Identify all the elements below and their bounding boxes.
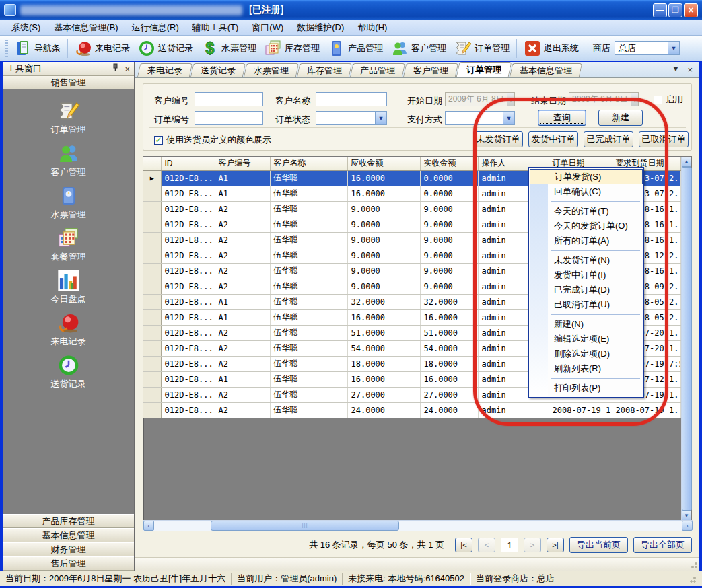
row-selector[interactable] — [143, 201, 161, 217]
minimize-button[interactable]: — — [653, 3, 667, 17]
toolbar-navbar[interactable]: 导航条 — [10, 38, 65, 59]
row-selector[interactable] — [143, 279, 161, 294]
sidebar-group-finance[interactable]: 财务管理 — [3, 542, 134, 556]
context-menu-item[interactable]: 新建(N) — [530, 317, 643, 332]
context-menu-item[interactable]: 订单发货(S) — [530, 169, 643, 184]
sidebar-group-after-sales[interactable]: 售后管理 — [3, 556, 134, 571]
context-menu-item[interactable]: 打印列表(P) — [530, 381, 643, 396]
horizontal-scroll-thumb[interactable] — [211, 521, 399, 531]
export-all-pages-button[interactable]: 导出全部页 — [633, 537, 692, 553]
toolbar-order[interactable]: 订单管理 — [450, 38, 514, 59]
delivery-color-checkbox[interactable]: ✓ 使用送货员定义的颜色展示 — [154, 134, 271, 146]
tab-list-chevron-icon[interactable]: ▼ — [672, 65, 680, 75]
export-current-page-button[interactable]: 导出当前页 — [569, 537, 628, 553]
toolbar-delivery[interactable]: 送货记录 — [134, 38, 197, 59]
column-header[interactable]: 实收金额 — [420, 157, 478, 170]
tab-order[interactable]: 订单管理 — [456, 62, 512, 77]
scroll-up-icon[interactable]: ▲ — [682, 157, 691, 167]
customer-no-input[interactable] — [195, 92, 263, 106]
pin-icon[interactable] — [112, 63, 119, 74]
row-selector[interactable] — [143, 263, 161, 279]
menu-help[interactable]: 帮助(H) — [351, 20, 393, 35]
close-icon[interactable]: × — [125, 64, 130, 74]
toolbar-product[interactable]: 产品管理 — [324, 38, 387, 59]
table-row[interactable]: 012D-E8...A2伍华聪24.000024.0000admin2008-0… — [143, 402, 680, 418]
row-selector[interactable] — [143, 325, 161, 340]
tab-delivery[interactable]: 送货记录 — [190, 63, 246, 77]
scroll-down-icon[interactable]: ▼ — [682, 511, 691, 521]
context-menu-item[interactable]: 回单确认(C) — [530, 184, 643, 199]
tab-incoming-call[interactable]: 来电记录 — [137, 63, 192, 77]
sidebar-item-today-stocktake[interactable]: 今日盘点 — [3, 266, 134, 308]
row-selector[interactable] — [143, 217, 161, 232]
first-page-button[interactable]: |< — [455, 538, 472, 552]
tab-inventory[interactable]: 库存管理 — [297, 63, 352, 77]
unshipped-orders-button[interactable]: 未发货订单 — [473, 131, 523, 147]
order-status-select[interactable]: ▼ — [316, 111, 387, 125]
menu-aux-tools[interactable]: 辅助工具(T) — [186, 20, 245, 35]
customer-name-input[interactable] — [316, 92, 387, 106]
menu-data-maintain[interactable]: 数据维护(D) — [291, 20, 350, 35]
maximize-button[interactable]: ❐ — [668, 3, 682, 17]
menu-system[interactable]: 系统(S) — [5, 20, 46, 35]
row-selector[interactable] — [143, 340, 161, 356]
context-menu-item[interactable]: 刷新列表(R) — [530, 361, 643, 376]
scroll-right-icon[interactable]: › — [682, 521, 693, 531]
toolbar-exit[interactable]: 退出系统 — [520, 38, 583, 59]
sidebar-item-delivery[interactable]: 送货记录 — [3, 351, 134, 393]
sidebar-item-package-mgmt[interactable]: 套餐管理 — [3, 223, 134, 266]
menu-run-info[interactable]: 运行信息(R) — [126, 20, 185, 35]
tab-basic-info[interactable]: 基本信息管理 — [510, 63, 582, 77]
column-header[interactable] — [143, 157, 161, 170]
context-menu-item[interactable]: 编辑选定项(E) — [530, 332, 643, 346]
next-page-button[interactable]: > — [524, 538, 541, 552]
tab-close-icon[interactable]: × — [687, 65, 693, 75]
row-selector[interactable] — [143, 356, 161, 371]
query-button[interactable]: 查询 — [538, 110, 586, 126]
toolbar-inventory[interactable]: 库存管理 — [260, 38, 324, 59]
enable-checkbox[interactable]: 启用 — [654, 94, 683, 106]
row-selector[interactable] — [143, 232, 161, 248]
vertical-scrollbar[interactable]: ▲ ▼ — [681, 157, 691, 521]
context-menu-item[interactable]: 已取消订单(U) — [530, 297, 643, 312]
column-header[interactable]: 客户名称 — [270, 157, 347, 170]
context-menu-item[interactable]: 未发货订单(N) — [530, 253, 643, 268]
completed-orders-button[interactable]: 已完成订单 — [584, 131, 633, 147]
row-selector[interactable] — [143, 186, 161, 201]
toolbar-customer[interactable]: 客户管理 — [387, 38, 450, 59]
close-button[interactable]: × — [684, 3, 698, 17]
row-selector[interactable] — [143, 371, 161, 387]
context-menu-item[interactable]: 今天的发货订单(O) — [530, 219, 643, 233]
tab-water-ticket[interactable]: 水票管理 — [244, 63, 299, 77]
cancelled-orders-button[interactable]: 已取消订单 — [639, 131, 689, 147]
context-menu-item[interactable]: 今天的订单(T) — [530, 204, 643, 219]
row-selector[interactable] — [143, 294, 161, 309]
sidebar-item-customer-mgmt[interactable]: 客户管理 — [3, 139, 134, 181]
page-number-input[interactable]: 1 — [501, 538, 518, 552]
sidebar-item-incoming-call[interactable]: 来电记录 — [3, 308, 134, 351]
pay-method-select[interactable]: ▼ — [445, 111, 515, 125]
column-header[interactable]: ID — [161, 157, 215, 170]
sidebar-item-order-mgmt[interactable]: 订单管理 — [3, 96, 134, 139]
sidebar-item-water-ticket-mgmt[interactable]: 水票管理 — [3, 181, 134, 223]
row-selector[interactable] — [143, 248, 161, 263]
menu-window[interactable]: 窗口(W) — [246, 20, 289, 35]
row-selector[interactable] — [143, 309, 161, 325]
scroll-left-icon[interactable]: ‹ — [143, 521, 154, 531]
tab-product[interactable]: 产品管理 — [350, 63, 405, 77]
new-button[interactable]: 新建 — [598, 110, 643, 126]
toolbar-incoming-call[interactable]: 来电记录 — [71, 38, 134, 59]
sidebar-group-sales[interactable]: 销售管理 — [3, 76, 134, 89]
toolbar-water-ticket[interactable]: $ 水票管理 — [197, 38, 260, 59]
start-date-picker[interactable]: 2009年 6月 8日▼ — [445, 92, 515, 106]
chevron-down-icon[interactable]: ▼ — [668, 42, 679, 54]
context-menu-item[interactable]: 删除选定项(D) — [530, 346, 643, 361]
last-page-button[interactable]: >| — [547, 538, 564, 552]
context-menu-item[interactable]: 发货中订单(I) — [530, 268, 643, 283]
store-select[interactable]: 总店 ▼ — [615, 41, 680, 55]
context-menu-item[interactable]: 所有的订单(A) — [530, 233, 643, 248]
row-selector[interactable]: ▶ — [143, 170, 161, 186]
column-header[interactable]: 客户编号 — [215, 157, 270, 170]
end-date-picker[interactable]: 2009年 6月 8日▼ — [569, 92, 639, 106]
sidebar-group-basic-info[interactable]: 基本信息管理 — [3, 528, 134, 542]
